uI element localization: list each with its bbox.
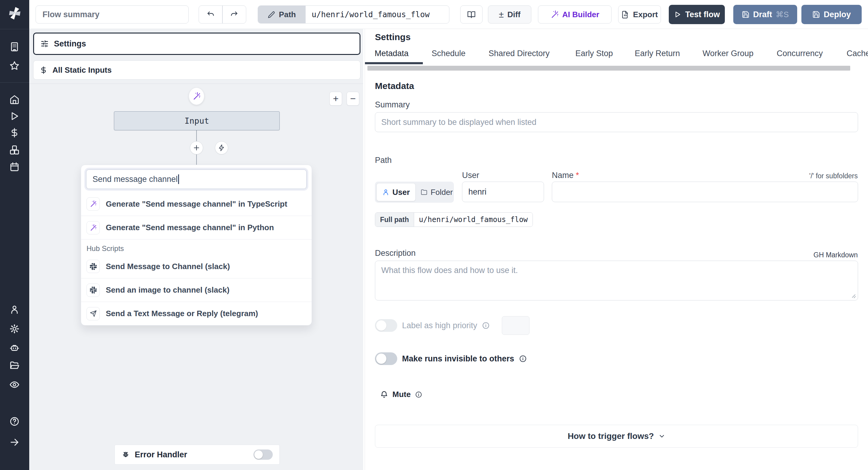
tab-early-return[interactable]: Early Return [635,49,680,58]
file-export-icon [621,10,629,19]
zoom-in-button[interactable]: + [330,92,342,106]
name-input[interactable] [552,182,858,202]
path-field[interactable]: Path u/henri/world_famous_flow [258,5,450,24]
ai-flow-builder-node[interactable] [189,87,204,105]
list-item-generate-typescript[interactable]: Generate "Send message channel" in TypeS… [81,192,312,216]
high-priority-toggle[interactable] [375,319,397,332]
flow-summary-input[interactable]: Flow summary [36,5,189,24]
undo-button[interactable] [199,10,222,19]
description-label: Description [375,248,415,258]
user-icon[interactable] [9,304,20,315]
all-static-inputs-node[interactable]: All Static Inputs [33,60,361,80]
building-icon[interactable] [9,41,20,52]
list-item-slack-send-image[interactable]: Send an image to channel (slack) [81,278,312,302]
tab-shared-directory[interactable]: Shared Directory [489,49,550,58]
plus-minus-icon: ± [499,9,504,20]
ai-wand-icon [87,197,100,211]
flow-editor-screen: Flow summary Path u/henri/world_famous_f… [0,0,868,470]
resize-handle[interactable] [851,294,856,298]
folder-open-icon[interactable] [9,360,20,371]
input-node[interactable]: Input [114,111,280,130]
name-column-label: Name * [552,171,579,180]
add-trigger-button[interactable] [215,141,228,154]
pencil-icon [268,11,275,19]
full-path-value: u/henri/world_famous_flow [414,213,532,227]
step-search-input[interactable]: Send message channel [86,169,307,189]
arrow-right-icon[interactable] [9,437,20,447]
owner-user-button[interactable]: User [376,183,415,201]
dollar-icon [39,66,48,74]
lightning-icon [218,144,225,151]
redo-button[interactable] [223,10,246,19]
docs-button[interactable] [460,5,483,24]
summary-label: Summary [375,100,410,110]
mute-row[interactable]: Mute [380,390,422,399]
info-icon [519,355,527,362]
deploy-button[interactable]: Deploy [801,5,862,24]
book-open-icon [467,10,475,19]
ai-wand-icon [87,221,100,234]
priority-value-input[interactable] [502,316,530,335]
zoom-out-button[interactable]: − [347,92,359,106]
star-icon[interactable] [9,61,20,71]
topbar: Flow summary Path u/henri/world_famous_f… [29,0,868,29]
robot-icon[interactable] [9,343,20,353]
minus-icon: − [350,93,356,105]
full-path-label: Full path [375,213,414,227]
windmill-logo[interactable] [7,5,22,22]
chevron-down-icon [658,433,665,440]
tab-worker-group[interactable]: Worker Group [703,49,753,58]
help-circle-icon[interactable] [9,416,20,427]
diff-button[interactable]: ± Diff [488,5,531,24]
gear-icon[interactable] [9,324,20,334]
tabs-scrollbar[interactable] [367,66,850,70]
invisible-runs-toggle[interactable] [375,352,397,365]
owner-folder-button[interactable]: Folder [415,183,458,201]
owner-kind-toggle: User Folder [375,182,454,203]
export-button[interactable]: Export [618,5,661,24]
tab-cache[interactable]: Cache [846,49,868,58]
schedules-calendar-icon[interactable] [9,162,20,172]
list-item-generate-python[interactable]: Generate "Send message channel" in Pytho… [81,216,312,239]
user-input[interactable]: henri [462,182,544,202]
variables-dollar-icon[interactable] [9,127,20,138]
tab-schedule[interactable]: Schedule [432,49,466,58]
list-item-slack-send-message[interactable]: Send Message to Channel (slack) [81,255,312,278]
tab-metadata[interactable]: Metadata [375,49,409,58]
wand-sparkles-icon [550,10,559,19]
add-step-button[interactable] [190,141,203,154]
required-asterisk: * [576,171,579,180]
eye-icon[interactable] [9,380,20,390]
telegram-send-icon [87,307,100,320]
draft-button[interactable]: Draft ⌘S [733,5,797,24]
resources-boxes-icon[interactable] [9,145,20,155]
toggle-knob [254,450,263,459]
toggle-knob [376,354,386,364]
error-handler-toggle[interactable] [253,449,273,460]
info-icon [415,391,422,398]
graph-divider [29,84,363,84]
invisible-runs-row: Make runs invisible to others [375,352,527,365]
user-icon [382,188,390,196]
tab-early-stop[interactable]: Early Stop [575,49,613,58]
slack-icon [87,284,100,297]
description-textarea[interactable]: What this flow does and how to use it. [375,261,858,300]
runs-play-icon[interactable] [9,111,20,121]
folder-icon [421,188,428,196]
full-path-badge: Full path u/henri/world_famous_flow [375,212,533,227]
home-icon[interactable] [9,94,20,105]
error-handler-node[interactable]: Error Handler [115,445,280,465]
test-flow-button[interactable]: Test flow [669,5,725,24]
plus-icon [193,144,200,152]
ai-builder-button[interactable]: AI Builder [538,5,612,24]
flow-graph-panel: Settings All Static Inputs + − Input [29,29,363,470]
text-caret [178,174,179,184]
list-item-telegram-send-text[interactable]: Send a Text Message or Reply (telegram) [81,302,312,325]
sidebar-divider-mid [0,82,29,83]
how-to-trigger-flows-button[interactable]: How to trigger flows? [375,425,858,448]
flow-settings-node[interactable]: Settings [33,33,361,55]
plus-icon: + [333,93,339,105]
tab-concurrency[interactable]: Concurrency [777,49,823,58]
sidebar [0,0,29,470]
summary-input[interactable]: Short summary to be displayed when liste… [375,112,858,132]
